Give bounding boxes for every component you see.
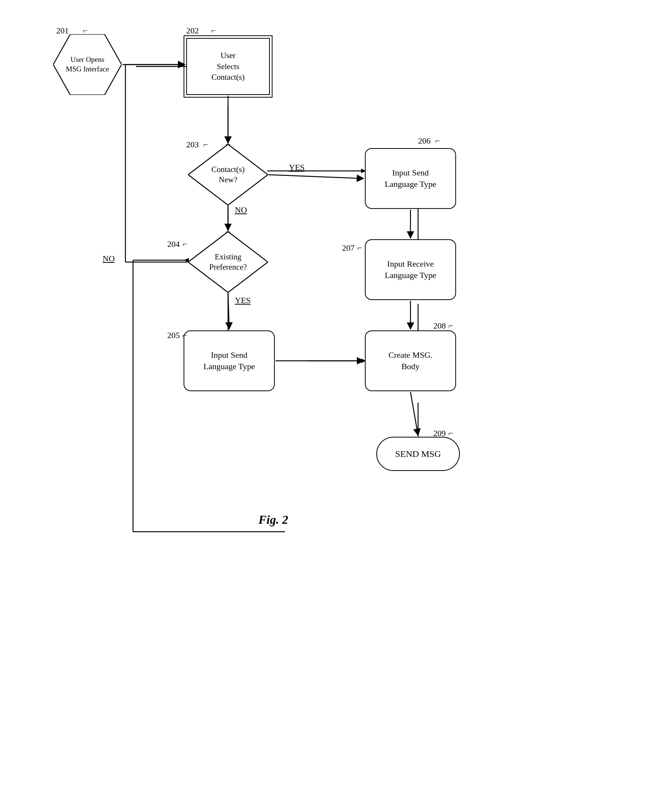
node-205-label: Input SendLanguage Type xyxy=(203,349,255,372)
node-205-num: 205 xyxy=(167,330,180,340)
node-206-label: Input SendLanguage Type xyxy=(385,167,436,190)
flowchart-diagram: User Opens MSG Interface 201 ⌐ UserSelec… xyxy=(0,0,648,812)
yes-label-204: YES xyxy=(235,295,251,305)
bracket-205: ⌐ xyxy=(182,330,187,340)
bracket-204: ⌐ xyxy=(182,239,187,249)
bracket-206: ⌐ xyxy=(435,136,440,146)
node-201-label: User Opens MSG Interface xyxy=(65,55,110,74)
node-204-num: 204 xyxy=(167,239,180,249)
bracket-203: ⌐ xyxy=(203,140,208,150)
figure-caption: Fig. 2 xyxy=(258,513,288,527)
node-203: Contact(s)New? xyxy=(188,144,268,205)
bracket-208: ⌐ xyxy=(448,321,453,331)
node-208-label: Create MSG.Body xyxy=(388,349,433,372)
node-206-num: 206 xyxy=(418,136,431,146)
node-208: Create MSG.Body xyxy=(365,330,456,391)
node-202-num: 202 xyxy=(186,26,199,36)
node-204: ExistingPreference? xyxy=(188,232,268,292)
node-204-label: ExistingPreference? xyxy=(209,252,247,273)
node-207-num: 207 xyxy=(342,243,355,253)
no-label-204: NO xyxy=(103,254,115,264)
flowchart-svg xyxy=(0,0,648,812)
node-206: Input SendLanguage Type xyxy=(365,148,456,209)
node-209-label: SEND MSG xyxy=(395,448,441,460)
node-201-num: 201 xyxy=(56,26,69,36)
node-205: Input SendLanguage Type xyxy=(184,330,275,391)
no-label-203: NO xyxy=(235,205,247,215)
node-202: UserSelectsContact(s) xyxy=(186,38,270,95)
node-203-label: Contact(s)New? xyxy=(211,164,244,185)
node-207: Input ReceiveLanguage Type xyxy=(365,239,456,300)
bracket-201: ⌐ xyxy=(83,26,87,36)
node-209: SEND MSG xyxy=(376,437,460,471)
node-209-num: 209 xyxy=(433,428,446,438)
yes-label-203: YES xyxy=(289,163,305,172)
bracket-202: ⌐ xyxy=(211,26,215,36)
node-207-label: Input ReceiveLanguage Type xyxy=(385,258,436,281)
node-208-num: 208 xyxy=(433,321,446,331)
node-202-label: UserSelectsContact(s) xyxy=(211,50,244,82)
bracket-207: ⌐ xyxy=(357,243,362,253)
node-201: User Opens MSG Interface xyxy=(53,34,122,95)
node-203-num: 203 xyxy=(186,140,199,150)
bracket-209: ⌐ xyxy=(448,428,453,438)
